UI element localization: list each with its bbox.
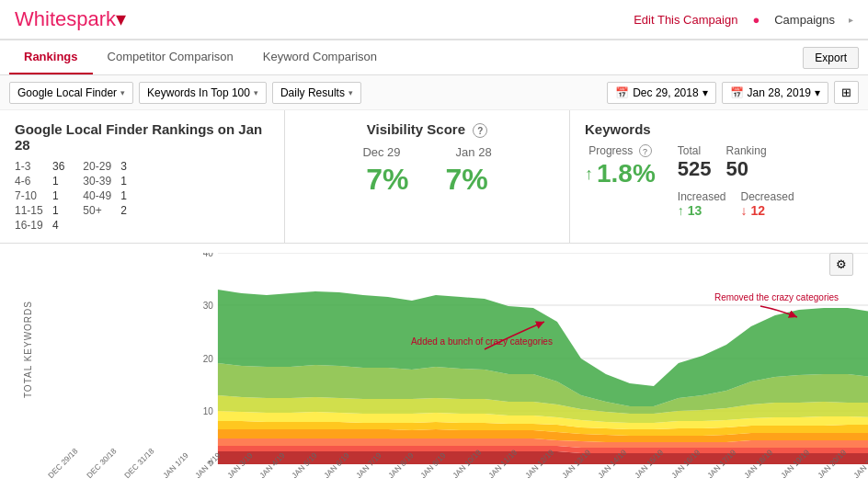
date2-caret: ▾	[815, 86, 820, 99]
vis-score1: 7%	[366, 163, 408, 197]
progress-label: Progress ?	[588, 144, 651, 157]
filter-left: Google Local Finder ▾ Keywords In Top 10…	[9, 82, 361, 104]
svg-text:Removed the crazy categories: Removed the crazy categories	[714, 292, 839, 302]
export-button[interactable]: Export	[803, 47, 859, 69]
cal1-icon: 📅	[615, 86, 629, 99]
results-caret: ▾	[348, 88, 353, 97]
increased-col: Increased ↑ 13	[678, 190, 726, 218]
increased-label: Increased	[678, 190, 726, 203]
keywords-filter-label: Keywords In Top 100	[147, 86, 250, 99]
date2-label: Jan 28, 2019	[748, 86, 811, 99]
vis-score2: 7%	[446, 163, 488, 197]
svg-text:10: 10	[203, 406, 214, 416]
x-axis-labels: DEC 29/18 DEC 30/18 DEC 31/18 JAN 1/19 J…	[46, 466, 868, 483]
tab-competitor[interactable]: Competitor Comparison	[93, 40, 248, 74]
rank-row-9: 50+2	[83, 204, 127, 217]
rank-row-2: 4-61	[15, 175, 64, 188]
inc-dec-row: Increased ↑ 13 Decreased ↓ 12	[678, 190, 794, 218]
visibility-info-icon[interactable]: ?	[473, 123, 487, 138]
campaigns-link[interactable]: Campaigns	[774, 13, 835, 27]
total-label: Total	[678, 144, 712, 157]
location-caret: ▾	[120, 88, 125, 97]
chart-svg-container: 0 10 20 30 40	[46, 253, 868, 483]
progress-value: ↑ 1.8%	[585, 159, 656, 188]
location-filter-label: Google Local Finder	[17, 86, 117, 99]
rankings-panel: Google Local Finder Rankings on Jan 28 1…	[0, 110, 285, 243]
date1-label: Dec 29, 2018	[633, 86, 698, 99]
vis-date1: Dec 29	[362, 145, 400, 159]
header-right: Edit This Campaign ● Campaigns ▸	[634, 13, 853, 27]
keywords-section: Progress ? ↑ 1.8% Total 525 Ranking 50	[585, 144, 853, 218]
svg-text:30: 30	[203, 301, 214, 311]
rankings-title: Google Local Finder Rankings on Jan 28	[15, 121, 269, 153]
progress-info-icon[interactable]: ?	[639, 144, 652, 157]
ranking-label: Ranking	[726, 144, 767, 157]
results-filter-label: Daily Results	[280, 86, 345, 99]
rankings-col-left: 1-336 4-61 7-101 11-151 16-194	[15, 160, 64, 232]
dec-arrow: ↓	[741, 203, 748, 218]
date2-button[interactable]: 📅 Jan 28, 2019 ▾	[722, 82, 828, 104]
total-row: Total 525 Ranking 50	[678, 144, 794, 181]
y-axis-label: TOTAL KEYWORDS	[23, 301, 33, 398]
ranking-col: Ranking 50	[726, 144, 767, 181]
stats-row: Google Local Finder Rankings on Jan 28 1…	[0, 110, 868, 244]
progress-arrow-up: ↑	[585, 165, 593, 184]
inc-arrow: ↑	[678, 203, 684, 218]
ranking-value: 50	[726, 157, 767, 181]
rank-row-3: 7-101	[15, 189, 64, 202]
tabs-bar: Rankings Competitor Comparison Keyword C…	[0, 40, 868, 75]
edit-campaign-link[interactable]: Edit This Campaign	[634, 13, 737, 27]
visibility-dates: Dec 29 Jan 28	[300, 145, 554, 159]
keywords-progress: Progress ? ↑ 1.8%	[585, 144, 656, 218]
cal2-icon: 📅	[730, 86, 744, 99]
keywords-caret: ▾	[254, 88, 258, 97]
logo: Whitespark▾	[15, 7, 126, 31]
location-filter[interactable]: Google Local Finder ▾	[9, 82, 133, 104]
decreased-label: Decreased	[741, 190, 794, 203]
svg-text:Added a bunch of crazy categor: Added a bunch of crazy categories	[411, 336, 553, 347]
chart-svg: 0 10 20 30 40	[46, 253, 868, 464]
filter-bar: Google Local Finder ▾ Keywords In Top 10…	[0, 75, 868, 110]
rank-row-6: 20-293	[83, 160, 127, 173]
rank-row-8: 40-491	[83, 189, 127, 202]
campaigns-chevron: ▸	[849, 15, 853, 25]
total-col: Total 525	[678, 144, 712, 181]
rankings-col-right: 20-293 30-391 40-491 50+2	[83, 160, 127, 232]
date1-caret: ▾	[702, 86, 708, 99]
header: Whitespark▾ Edit This Campaign ● Campaig…	[0, 0, 868, 40]
vis-date2: Jan 28	[456, 145, 492, 159]
results-filter[interactable]: Daily Results ▾	[272, 82, 361, 104]
visibility-scores: 7% 7%	[300, 163, 554, 197]
grid-icon: ⊞	[841, 85, 851, 99]
svg-text:40: 40	[203, 253, 214, 258]
svg-text:20: 20	[203, 354, 214, 364]
visibility-title: Visibility Score ?	[300, 121, 554, 138]
chart-area: ⚙ TOTAL KEYWORDS 0 10 20 30 40	[0, 244, 868, 483]
header-dot: ●	[752, 13, 760, 27]
keywords-info: Total 525 Ranking 50 Increased ↑ 13	[678, 144, 794, 218]
rank-row-1: 1-336	[15, 160, 64, 173]
visibility-panel: Visibility Score ? Dec 29 Jan 28 7% 7%	[285, 110, 570, 243]
grid-view-button[interactable]: ⊞	[834, 81, 859, 104]
chart-settings-button[interactable]: ⚙	[829, 253, 853, 276]
tabs: Rankings Competitor Comparison Keyword C…	[9, 40, 392, 74]
tab-keyword[interactable]: Keyword Comparison	[248, 40, 392, 74]
total-value: 525	[678, 157, 712, 181]
decreased-value: ↓ 12	[741, 203, 794, 218]
filter-right: 📅 Dec 29, 2018 ▾ 📅 Jan 28, 2019 ▾ ⊞	[607, 81, 859, 104]
tab-rankings[interactable]: Rankings	[9, 40, 93, 74]
rank-row-7: 30-391	[83, 175, 127, 188]
rank-row-5: 16-194	[15, 219, 64, 232]
increased-value: ↑ 13	[678, 203, 726, 218]
keywords-title: Keywords	[585, 121, 853, 137]
rankings-table: 1-336 4-61 7-101 11-151 16-194 20-293 30…	[15, 160, 269, 232]
decreased-col: Decreased ↓ 12	[741, 190, 794, 218]
keywords-panel: Keywords Progress ? ↑ 1.8% Total 525	[570, 110, 868, 243]
rank-row-4: 11-151	[15, 204, 64, 217]
keywords-filter[interactable]: Keywords In Top 100 ▾	[139, 82, 267, 104]
date1-button[interactable]: 📅 Dec 29, 2018 ▾	[607, 82, 715, 104]
